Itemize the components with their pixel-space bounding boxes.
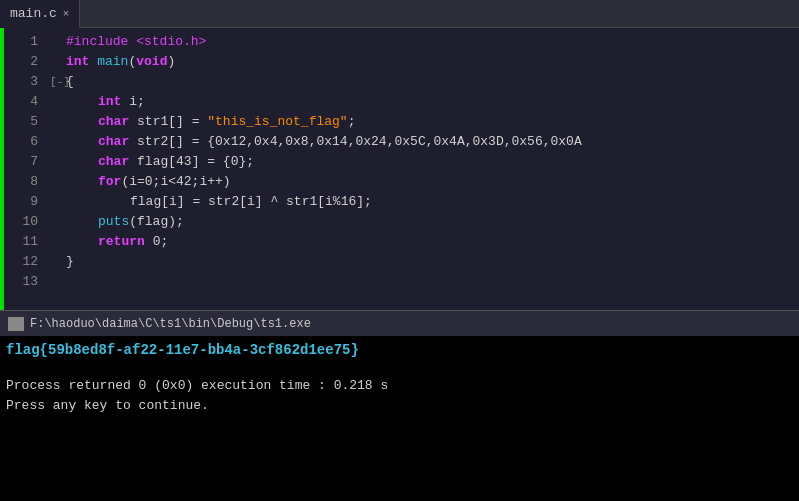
line-12-code: } <box>66 252 74 272</box>
code-line-12: } <box>50 252 799 272</box>
tab-close-icon[interactable]: × <box>63 8 70 20</box>
code-line-5: char str1[] = "this_is_not_flag"; <box>50 112 799 132</box>
code-line-10: puts(flag); <box>50 212 799 232</box>
line-num-1: 1 <box>4 32 38 52</box>
line-1-code: #include <stdio.h> <box>66 32 206 52</box>
line-num-5: 5 <box>4 112 38 132</box>
code-line-4: int i; <box>50 92 799 112</box>
line-numbers: 1 2 3 4 5 6 7 8 9 10 11 12 13 <box>4 28 46 310</box>
line-num-3: 3 <box>4 72 38 92</box>
terminal-icon <box>8 317 24 331</box>
tab-main-c[interactable]: main.c × <box>0 0 80 28</box>
tab-bar: main.c × <box>0 0 799 28</box>
code-line-6: char str2[] = {0x12,0x4,0x8,0x14,0x24,0x… <box>50 132 799 152</box>
process-line: Process returned 0 (0x0) execution time … <box>6 376 793 396</box>
line-num-6: 6 <box>4 132 38 152</box>
line-num-4: 4 <box>4 92 38 112</box>
line-8-code: for(i=0;i<42;i++) <box>98 172 231 192</box>
line-11-code: return 0; <box>98 232 168 252</box>
code-content: #include <stdio.h> int main(void) [-] { … <box>46 28 799 310</box>
line-num-12: 12 <box>4 252 38 272</box>
line-3-code: { <box>66 72 74 92</box>
terminal-container: F:\haoduo\daima\C\ts1\bin\Debug\ts1.exe … <box>0 310 799 501</box>
code-line-9: flag[i] = str2[i] ^ str1[i%16]; <box>50 192 799 212</box>
editor-container: main.c × 1 2 3 4 5 6 7 8 9 10 11 12 13 #… <box>0 0 799 310</box>
line-5-code: char str1[] = "this_is_not_flag"; <box>98 112 356 132</box>
fold-3: [-] <box>50 72 66 92</box>
code-line-3: [-] { <box>50 72 799 92</box>
code-line-7: char flag[43] = {0}; <box>50 152 799 172</box>
code-line-1: #include <stdio.h> <box>50 32 799 52</box>
line-4-code: int i; <box>98 92 145 112</box>
line-num-2: 2 <box>4 52 38 72</box>
terminal-bar: F:\haoduo\daima\C\ts1\bin\Debug\ts1.exe <box>0 310 799 336</box>
code-area: 1 2 3 4 5 6 7 8 9 10 11 12 13 #include <… <box>0 28 799 310</box>
terminal-path: F:\haoduo\daima\C\ts1\bin\Debug\ts1.exe <box>30 317 311 331</box>
line-9-code: flag[i] = str2[i] ^ str1[i%16]; <box>130 192 372 212</box>
code-line-2: int main(void) <box>50 52 799 72</box>
line-7-code: char flag[43] = {0}; <box>98 152 254 172</box>
line-num-13: 13 <box>4 272 38 292</box>
line-6-code: char str2[] = {0x12,0x4,0x8,0x14,0x24,0x… <box>98 132 582 152</box>
continue-line: Press any key to continue. <box>6 396 793 416</box>
terminal-content: flag{59b8ed8f-af22-11e7-bb4a-3cf862d1ee7… <box>0 336 799 501</box>
flag-output: flag{59b8ed8f-af22-11e7-bb4a-3cf862d1ee7… <box>6 340 793 360</box>
code-line-8: for(i=0;i<42;i++) <box>50 172 799 192</box>
code-line-13 <box>50 272 799 292</box>
line-num-8: 8 <box>4 172 38 192</box>
tab-filename: main.c <box>10 6 57 21</box>
line-num-9: 9 <box>4 192 38 212</box>
line-num-10: 10 <box>4 212 38 232</box>
line-num-7: 7 <box>4 152 38 172</box>
line-num-11: 11 <box>4 232 38 252</box>
code-line-11: return 0; <box>50 232 799 252</box>
line-10-code: puts(flag); <box>98 212 184 232</box>
line-2-code: int main(void) <box>66 52 175 72</box>
